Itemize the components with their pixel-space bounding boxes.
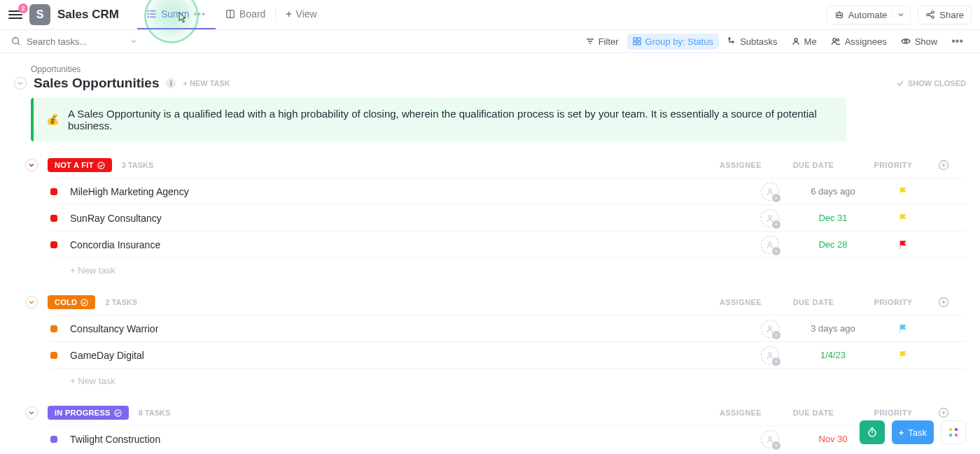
- assignee-cell[interactable]: +: [742, 183, 798, 201]
- assign-user-button[interactable]: +: [761, 346, 779, 364]
- tab-more-icon[interactable]: •••: [193, 8, 206, 20]
- subtasks-icon: [727, 37, 736, 45]
- subtasks-button[interactable]: Subtasks: [722, 34, 783, 50]
- svg-line-18: [18, 43, 20, 45]
- show-closed-button[interactable]: SHOW CLOSED: [896, 79, 966, 87]
- svg-point-43: [769, 326, 771, 329]
- task-count: 8 TASKS: [139, 409, 171, 417]
- more-actions-button[interactable]: •••: [946, 32, 969, 50]
- share-icon: [925, 10, 935, 20]
- assign-user-button[interactable]: +: [761, 430, 779, 448]
- plus-icon: +: [772, 441, 780, 450]
- menu-toggle-button[interactable]: 2: [8, 8, 22, 22]
- flag-icon: [898, 324, 908, 334]
- priority-cell[interactable]: [868, 213, 938, 223]
- new-task-row[interactable]: + New task: [50, 368, 966, 389]
- status-badge[interactable]: COLD: [48, 295, 95, 309]
- task-row[interactable]: MileHigh Marketing Agency + 6 days ago: [50, 178, 966, 204]
- status-group: COLD 2 TASKS ASSIGNEE DUE DATE PRIORITY …: [14, 295, 966, 389]
- column-header-priority: PRIORITY: [858, 298, 928, 306]
- stopwatch-icon: [867, 427, 878, 438]
- filter-icon: [586, 37, 594, 45]
- group-by-button[interactable]: Group by: Status: [627, 34, 720, 50]
- task-name[interactable]: Consultancy Warrior: [70, 323, 742, 334]
- me-button[interactable]: Me: [786, 34, 822, 50]
- show-button[interactable]: Show: [895, 34, 944, 50]
- column-header-priority: PRIORITY: [858, 161, 928, 169]
- chevron-down-icon[interactable]: [130, 38, 137, 45]
- space-avatar[interactable]: S: [29, 4, 50, 25]
- task-name[interactable]: Twilight Construction: [70, 434, 742, 445]
- share-button[interactable]: Share: [918, 6, 972, 24]
- tab-board[interactable]: Board: [216, 0, 275, 29]
- column-header-assignee: ASSIGNEE: [713, 298, 769, 306]
- apps-button[interactable]: [941, 420, 966, 444]
- tab-add-view[interactable]: + View: [276, 0, 326, 29]
- due-date-cell[interactable]: 3 days ago: [798, 323, 868, 334]
- assign-user-button[interactable]: +: [761, 183, 779, 201]
- task-row[interactable]: Concordia Insurance + Dec 28: [50, 231, 966, 257]
- task-name[interactable]: MileHigh Marketing Agency: [70, 186, 742, 197]
- task-row[interactable]: Consultancy Warrior + 3 days ago: [50, 315, 966, 341]
- status-badge[interactable]: IN PROGRESS: [48, 406, 129, 420]
- assign-user-button[interactable]: +: [761, 320, 779, 338]
- timer-button[interactable]: [860, 420, 885, 444]
- collapse-group-button[interactable]: [25, 296, 38, 308]
- add-column-button[interactable]: [938, 297, 966, 308]
- assign-user-button[interactable]: +: [761, 209, 779, 227]
- svg-point-27: [732, 41, 734, 43]
- search-input[interactable]: [27, 36, 125, 47]
- status-badge[interactable]: NOT A FIT: [48, 158, 112, 172]
- info-icon[interactable]: i: [166, 78, 176, 88]
- status-dot: [50, 188, 57, 195]
- task-name[interactable]: SunRay Consultancy: [70, 213, 742, 224]
- new-task-button[interactable]: + NEW TASK: [183, 79, 230, 87]
- collapse-group-button[interactable]: [25, 406, 38, 419]
- add-column-button[interactable]: [938, 407, 966, 418]
- filter-button[interactable]: Filter: [580, 34, 624, 50]
- task-name[interactable]: GameDay Digital: [70, 350, 742, 361]
- floating-actions: + Task: [860, 420, 966, 444]
- plus-icon: +: [772, 220, 780, 229]
- svg-rect-22: [634, 38, 636, 41]
- task-row[interactable]: GameDay Digital + 1/4/23: [50, 341, 966, 368]
- assignee-cell[interactable]: +: [742, 430, 798, 448]
- new-task-row[interactable]: + New task: [50, 257, 966, 278]
- svg-point-4: [148, 14, 148, 15]
- svg-point-37: [769, 215, 771, 218]
- assignee-cell[interactable]: +: [742, 209, 798, 227]
- due-date-cell[interactable]: 6 days ago: [798, 186, 868, 197]
- plus-icon: +: [772, 331, 780, 339]
- assignee-cell[interactable]: +: [742, 320, 798, 338]
- assign-user-button[interactable]: +: [761, 236, 779, 254]
- priority-cell[interactable]: [868, 240, 938, 250]
- share-label: Share: [939, 10, 964, 20]
- priority-cell[interactable]: [868, 324, 938, 334]
- breadcrumb[interactable]: Opportunities: [31, 64, 966, 74]
- automate-button[interactable]: Automate: [827, 6, 911, 24]
- due-date-cell[interactable]: Dec 28: [798, 239, 868, 250]
- assignees-button[interactable]: Assignees: [825, 34, 892, 50]
- section-header: Sales Opportunities i + NEW TASK SHOW CL…: [14, 76, 966, 91]
- collapse-section-button[interactable]: [14, 77, 27, 90]
- due-date-cell[interactable]: Dec 31: [798, 213, 868, 223]
- task-row[interactable]: Twilight Construction + Nov 30: [50, 425, 966, 452]
- add-column-button[interactable]: [938, 159, 966, 171]
- assignee-cell[interactable]: +: [742, 236, 798, 254]
- priority-cell[interactable]: [868, 350, 938, 360]
- due-date-cell[interactable]: Nov 30: [798, 434, 868, 444]
- tab-summary[interactable]: Summ •••: [137, 0, 216, 29]
- column-header-due-date: DUE DATE: [778, 409, 848, 417]
- svg-point-10: [840, 15, 841, 16]
- task-name[interactable]: Concordia Insurance: [70, 239, 742, 250]
- automate-caret[interactable]: [891, 11, 910, 18]
- assignee-cell[interactable]: +: [742, 346, 798, 364]
- new-task-floating-button[interactable]: + Task: [892, 420, 934, 444]
- column-header-assignee: ASSIGNEE: [713, 409, 769, 417]
- priority-cell[interactable]: [868, 187, 938, 197]
- due-date-cell[interactable]: 1/4/23: [798, 350, 868, 360]
- task-row[interactable]: SunRay Consultancy + Dec 31: [50, 204, 966, 231]
- flag-icon: [898, 187, 908, 197]
- plus-circle-icon: [938, 297, 949, 308]
- collapse-group-button[interactable]: [25, 159, 38, 171]
